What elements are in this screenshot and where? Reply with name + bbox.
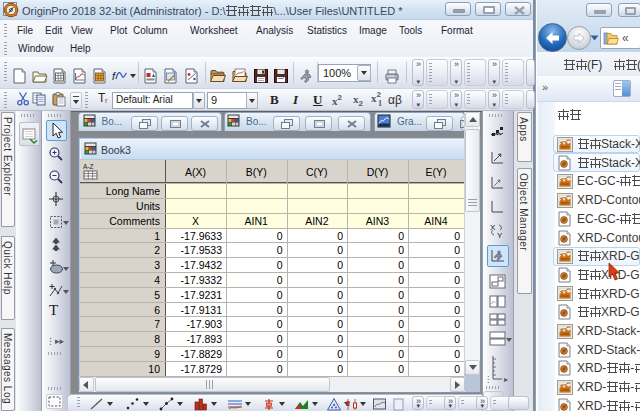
svg-text:X: X [490,223,496,232]
svg-text:A-Z: A-Z [83,163,94,170]
svg-text:f: f [112,70,116,82]
svg-text:r: r [105,96,108,105]
svg-text:Y: Y [497,231,503,238]
